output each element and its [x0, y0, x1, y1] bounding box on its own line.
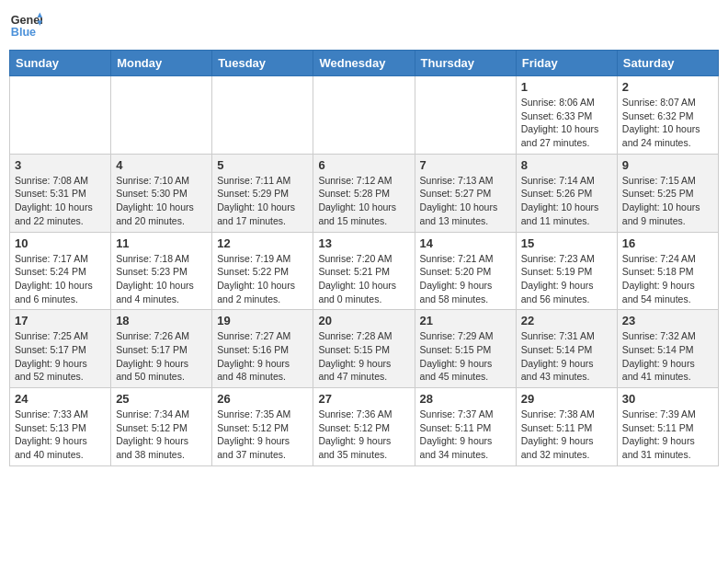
calendar-table: SundayMondayTuesdayWednesdayThursdayFrid… [9, 50, 719, 466]
calendar-cell: 20Sunrise: 7:28 AMSunset: 5:15 PMDayligh… [313, 310, 415, 388]
day-number: 17 [15, 314, 106, 327]
day-info: Sunrise: 7:11 AMSunset: 5:29 PMDaylight:… [217, 174, 308, 228]
calendar-cell: 10Sunrise: 7:17 AMSunset: 5:24 PMDayligh… [10, 232, 111, 310]
calendar-cell: 27Sunrise: 7:36 AMSunset: 5:12 PMDayligh… [313, 388, 415, 466]
day-info: Sunrise: 7:36 AMSunset: 5:12 PMDaylight:… [318, 408, 409, 462]
calendar-cell: 7Sunrise: 7:13 AMSunset: 5:27 PMDaylight… [415, 154, 516, 232]
day-number: 12 [217, 236, 308, 250]
calendar-cell [10, 76, 111, 155]
calendar-cell: 16Sunrise: 7:24 AMSunset: 5:18 PMDayligh… [617, 232, 718, 310]
day-info: Sunrise: 7:08 AMSunset: 5:31 PMDaylight:… [15, 174, 106, 228]
header: General Blue [9, 9, 719, 42]
calendar-cell [212, 76, 313, 155]
day-info: Sunrise: 7:15 AMSunset: 5:25 PMDaylight:… [622, 174, 713, 228]
calendar-cell: 15Sunrise: 7:23 AMSunset: 5:19 PMDayligh… [516, 232, 617, 310]
calendar-cell: 11Sunrise: 7:18 AMSunset: 5:23 PMDayligh… [111, 232, 212, 310]
day-info: Sunrise: 7:23 AMSunset: 5:19 PMDaylight:… [521, 252, 612, 306]
day-number: 15 [521, 236, 612, 250]
day-info: Sunrise: 7:17 AMSunset: 5:24 PMDaylight:… [15, 252, 106, 306]
weekday-header-friday: Friday [516, 51, 617, 76]
day-info: Sunrise: 7:25 AMSunset: 5:17 PMDaylight:… [15, 329, 106, 384]
calendar-cell: 2Sunrise: 8:07 AMSunset: 6:32 PMDaylight… [617, 76, 718, 155]
calendar-cell: 25Sunrise: 7:34 AMSunset: 5:12 PMDayligh… [111, 388, 212, 466]
day-number: 6 [318, 158, 409, 172]
calendar-cell: 6Sunrise: 7:12 AMSunset: 5:28 PMDaylight… [313, 154, 415, 232]
day-number: 5 [217, 158, 308, 172]
week-row-4: 24Sunrise: 7:33 AMSunset: 5:13 PMDayligh… [10, 388, 719, 466]
calendar-cell: 17Sunrise: 7:25 AMSunset: 5:17 PMDayligh… [10, 310, 111, 388]
svg-text:Blue: Blue [11, 26, 36, 39]
day-info: Sunrise: 7:18 AMSunset: 5:23 PMDaylight:… [116, 252, 207, 306]
weekday-header-thursday: Thursday [415, 51, 516, 76]
day-number: 7 [420, 158, 511, 172]
weekday-header-saturday: Saturday [617, 51, 718, 76]
day-info: Sunrise: 7:26 AMSunset: 5:17 PMDaylight:… [116, 329, 207, 384]
calendar-cell [415, 76, 516, 155]
calendar-cell: 8Sunrise: 7:14 AMSunset: 5:26 PMDaylight… [516, 154, 617, 232]
day-info: Sunrise: 7:21 AMSunset: 5:20 PMDaylight:… [420, 252, 511, 306]
day-number: 21 [420, 314, 511, 327]
calendar-cell: 21Sunrise: 7:29 AMSunset: 5:15 PMDayligh… [415, 310, 516, 388]
day-number: 16 [622, 236, 713, 250]
day-number: 14 [420, 236, 511, 250]
calendar-cell: 18Sunrise: 7:26 AMSunset: 5:17 PMDayligh… [111, 310, 212, 388]
day-info: Sunrise: 7:28 AMSunset: 5:15 PMDaylight:… [318, 329, 409, 384]
day-number: 24 [15, 392, 106, 406]
day-info: Sunrise: 7:29 AMSunset: 5:15 PMDaylight:… [420, 329, 511, 384]
day-number: 1 [521, 80, 612, 94]
calendar-cell: 29Sunrise: 7:38 AMSunset: 5:11 PMDayligh… [516, 388, 617, 466]
calendar-cell [111, 76, 212, 155]
day-number: 10 [15, 236, 106, 250]
calendar-cell: 26Sunrise: 7:35 AMSunset: 5:12 PMDayligh… [212, 388, 313, 466]
day-info: Sunrise: 7:27 AMSunset: 5:16 PMDaylight:… [217, 329, 308, 384]
day-info: Sunrise: 7:12 AMSunset: 5:28 PMDaylight:… [318, 174, 409, 228]
calendar-cell: 5Sunrise: 7:11 AMSunset: 5:29 PMDaylight… [212, 154, 313, 232]
calendar-cell: 12Sunrise: 7:19 AMSunset: 5:22 PMDayligh… [212, 232, 313, 310]
calendar-cell: 4Sunrise: 7:10 AMSunset: 5:30 PMDaylight… [111, 154, 212, 232]
day-info: Sunrise: 7:14 AMSunset: 5:26 PMDaylight:… [521, 174, 612, 228]
weekday-header-monday: Monday [111, 51, 212, 76]
day-number: 29 [521, 392, 612, 406]
day-info: Sunrise: 7:32 AMSunset: 5:14 PMDaylight:… [622, 329, 713, 384]
day-number: 18 [116, 314, 207, 327]
day-info: Sunrise: 7:35 AMSunset: 5:12 PMDaylight:… [217, 408, 308, 462]
day-info: Sunrise: 7:37 AMSunset: 5:11 PMDaylight:… [420, 408, 511, 462]
day-info: Sunrise: 7:33 AMSunset: 5:13 PMDaylight:… [15, 408, 106, 462]
calendar-cell: 13Sunrise: 7:20 AMSunset: 5:21 PMDayligh… [313, 232, 415, 310]
day-number: 8 [521, 158, 612, 172]
day-number: 13 [318, 236, 409, 250]
day-info: Sunrise: 7:39 AMSunset: 5:11 PMDaylight:… [622, 408, 713, 462]
day-info: Sunrise: 7:19 AMSunset: 5:22 PMDaylight:… [217, 252, 308, 306]
day-info: Sunrise: 8:07 AMSunset: 6:32 PMDaylight:… [622, 96, 713, 150]
day-info: Sunrise: 7:34 AMSunset: 5:12 PMDaylight:… [116, 408, 207, 462]
weekday-header-row: SundayMondayTuesdayWednesdayThursdayFrid… [10, 51, 719, 76]
week-row-3: 17Sunrise: 7:25 AMSunset: 5:17 PMDayligh… [10, 310, 719, 388]
day-info: Sunrise: 8:06 AMSunset: 6:33 PMDaylight:… [521, 96, 612, 150]
calendar-header: SundayMondayTuesdayWednesdayThursdayFrid… [10, 51, 719, 76]
week-row-2: 10Sunrise: 7:17 AMSunset: 5:24 PMDayligh… [10, 232, 719, 310]
calendar-cell: 14Sunrise: 7:21 AMSunset: 5:20 PMDayligh… [415, 232, 516, 310]
day-number: 26 [217, 392, 308, 406]
day-number: 19 [217, 314, 308, 327]
week-row-1: 3Sunrise: 7:08 AMSunset: 5:31 PMDaylight… [10, 154, 719, 232]
weekday-header-tuesday: Tuesday [212, 51, 313, 76]
calendar-cell: 19Sunrise: 7:27 AMSunset: 5:16 PMDayligh… [212, 310, 313, 388]
day-number: 9 [622, 158, 713, 172]
day-number: 20 [318, 314, 409, 327]
calendar-cell: 30Sunrise: 7:39 AMSunset: 5:11 PMDayligh… [617, 388, 718, 466]
weekday-header-wednesday: Wednesday [313, 51, 415, 76]
day-number: 25 [116, 392, 207, 406]
day-number: 28 [420, 392, 511, 406]
week-row-0: 1Sunrise: 8:06 AMSunset: 6:33 PMDaylight… [10, 76, 719, 155]
day-number: 27 [318, 392, 409, 406]
day-info: Sunrise: 7:31 AMSunset: 5:14 PMDaylight:… [521, 329, 612, 384]
day-number: 23 [622, 314, 713, 327]
weekday-header-sunday: Sunday [10, 51, 111, 76]
day-number: 2 [622, 80, 713, 94]
calendar-cell: 1Sunrise: 8:06 AMSunset: 6:33 PMDaylight… [516, 76, 617, 155]
calendar-cell: 9Sunrise: 7:15 AMSunset: 5:25 PMDaylight… [617, 154, 718, 232]
day-number: 3 [15, 158, 106, 172]
day-number: 30 [622, 392, 713, 406]
calendar-body: 1Sunrise: 8:06 AMSunset: 6:33 PMDaylight… [10, 76, 719, 466]
day-number: 22 [521, 314, 612, 327]
